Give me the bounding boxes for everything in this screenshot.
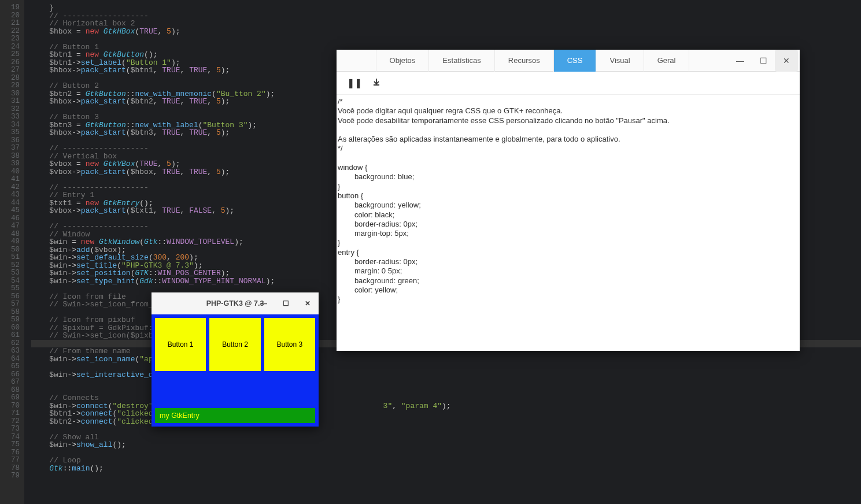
line-number: 66: [0, 371, 20, 379]
inspector-window: ObjetosEstatísticasRecursosCSSVisualGera…: [337, 50, 800, 351]
line-number: 30: [0, 90, 20, 98]
css-line[interactable]: }: [338, 238, 799, 247]
line-number: 51: [0, 254, 20, 262]
css-line[interactable]: */: [338, 144, 799, 153]
demo-entry[interactable]: [155, 408, 315, 423]
css-line[interactable]: border-radius: 0px;: [338, 220, 799, 229]
inspector-toolbar: ❚❚: [337, 72, 800, 95]
maximize-button[interactable]: ☐: [275, 292, 297, 314]
code-line[interactable]: [31, 449, 861, 457]
line-number: 40: [0, 168, 20, 176]
line-number: 29: [0, 82, 20, 90]
line-number: 59: [0, 316, 20, 324]
css-line[interactable]: background: blue;: [338, 172, 799, 181]
code-line[interactable]: // -------------------: [31, 12, 861, 20]
css-line[interactable]: Você pode digitar aqui qualquer regra CS…: [338, 106, 799, 116]
line-number: 45: [0, 207, 20, 215]
demo-button-3[interactable]: Button 3: [264, 318, 315, 371]
inspector-tab-css[interactable]: CSS: [554, 50, 597, 72]
line-number: 50: [0, 246, 20, 254]
line-number: 38: [0, 153, 20, 161]
code-line[interactable]: // Show all: [31, 433, 861, 442]
line-number: 36: [0, 137, 20, 145]
css-line[interactable]: color: black;: [338, 210, 799, 220]
css-line[interactable]: window {: [338, 163, 799, 172]
minimize-button[interactable]: —: [253, 292, 275, 314]
line-number: 67: [0, 379, 20, 387]
inspector-minimize-button[interactable]: —: [729, 50, 752, 72]
line-number: 25: [0, 51, 20, 59]
inspector-tab-recursos[interactable]: Recursos: [495, 50, 554, 72]
inspector-tab-geral[interactable]: Geral: [644, 50, 690, 72]
line-number: 32: [0, 106, 20, 114]
line-number: 26: [0, 59, 20, 67]
demo-button-2[interactable]: Button 2: [209, 318, 260, 371]
pause-icon[interactable]: ❚❚: [347, 77, 362, 88]
demo-titlebar[interactable]: PHP-GTK3 @ 7.3 — ☐ ✕: [151, 292, 319, 314]
line-number: 76: [0, 449, 20, 457]
line-number: 60: [0, 324, 20, 332]
line-number: 37: [0, 144, 20, 153]
css-line[interactable]: entry {: [338, 248, 799, 257]
css-line[interactable]: Você pode desabilitar temporariamente es…: [338, 116, 799, 125]
line-number: 35: [0, 129, 20, 137]
inspector-tabs: ObjetosEstatísticasRecursosCSSVisualGera…: [337, 50, 729, 72]
css-line[interactable]: [338, 154, 799, 163]
line-number-gutter: 1920212223242526272829303132333435363738…: [0, 0, 24, 504]
css-line[interactable]: border-radius: 0px;: [338, 257, 799, 266]
inspector-tab-visual[interactable]: Visual: [596, 50, 644, 72]
line-number: 61: [0, 332, 20, 340]
code-line[interactable]: $win->show_all();: [31, 441, 861, 449]
line-number: 63: [0, 347, 20, 355]
css-line[interactable]: [338, 125, 799, 135]
code-line[interactable]: Gtk::main();: [31, 465, 861, 473]
line-number: 39: [0, 160, 20, 168]
line-number: 28: [0, 75, 20, 83]
code-line[interactable]: // Horizontal box 2: [31, 20, 861, 28]
line-number: 57: [0, 301, 20, 309]
css-line[interactable]: button {: [338, 191, 799, 201]
inspector-maximize-button[interactable]: ☐: [752, 50, 775, 72]
css-line[interactable]: margin: 0 5px;: [338, 266, 799, 276]
line-number: 73: [0, 425, 20, 433]
line-number: 56: [0, 293, 20, 301]
demo-button-1[interactable]: Button 1: [155, 318, 206, 371]
line-number: 55: [0, 285, 20, 293]
css-line[interactable]: }: [338, 295, 799, 304]
line-number: 19: [0, 4, 20, 12]
css-line[interactable]: background: yellow;: [338, 201, 799, 210]
inspector-tab-estatísticas[interactable]: Estatísticas: [429, 50, 494, 72]
css-line[interactable]: margin-top: 5px;: [338, 229, 799, 238]
line-number: 22: [0, 28, 20, 36]
line-number: 41: [0, 176, 20, 184]
css-line[interactable]: As alterações são aplicadas instantaneam…: [338, 135, 799, 144]
line-number: 31: [0, 98, 20, 106]
css-line[interactable]: color: yellow;: [338, 286, 799, 295]
download-icon[interactable]: [372, 78, 380, 88]
line-number: 64: [0, 355, 20, 364]
inspector-tab-objetos[interactable]: Objetos: [376, 50, 430, 72]
code-line[interactable]: // Loop: [31, 457, 861, 465]
line-number: 48: [0, 231, 20, 239]
inspector-css-editor[interactable]: /*Você pode digitar aqui qualquer regra …: [337, 95, 800, 307]
demo-window: PHP-GTK3 @ 7.3 — ☐ ✕ Button 1 Button 2 B…: [151, 292, 319, 427]
demo-body: Button 1 Button 2 Button 3: [151, 314, 319, 427]
line-number: 65: [0, 363, 20, 371]
code-line[interactable]: }: [31, 4, 861, 12]
css-line[interactable]: background: green;: [338, 276, 799, 286]
line-number: 70: [0, 402, 20, 410]
line-number: 79: [0, 472, 20, 480]
inspector-close-button[interactable]: ✕: [775, 50, 798, 72]
code-line[interactable]: [31, 35, 861, 43]
inspector-header: ObjetosEstatísticasRecursosCSSVisualGera…: [337, 50, 800, 72]
css-line[interactable]: }: [338, 182, 799, 191]
close-button[interactable]: ✕: [297, 292, 319, 314]
line-number: 77: [0, 457, 20, 465]
code-line[interactable]: [31, 425, 861, 433]
line-number: 46: [0, 215, 20, 223]
css-line[interactable]: /*: [338, 97, 799, 106]
line-number: 34: [0, 121, 20, 129]
line-number: 44: [0, 199, 20, 207]
code-line[interactable]: $hbox = new GtkHBox(TRUE, 5);: [31, 28, 861, 36]
line-number: 75: [0, 441, 20, 449]
